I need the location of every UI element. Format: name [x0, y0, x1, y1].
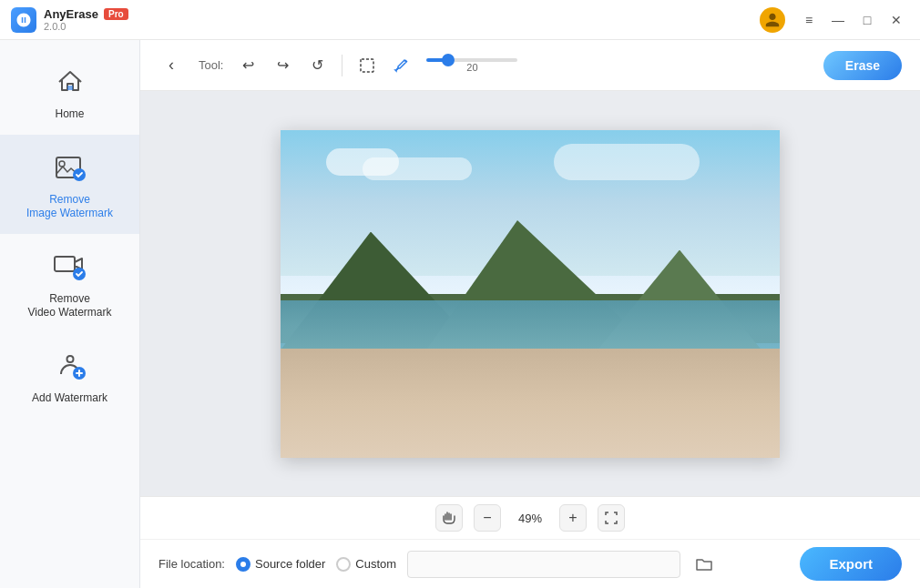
foreground: [281, 349, 780, 458]
brush-size-slider-wrap: 20: [426, 58, 517, 73]
title-bar: AnyErase Pro 2.0.0 ≡ — □ ✕: [0, 0, 920, 40]
export-button[interactable]: Export: [800, 547, 902, 581]
app-name: AnyErase: [44, 7, 98, 21]
history-button[interactable]: ↺: [303, 52, 331, 79]
canvas-area[interactable]: [140, 91, 920, 496]
sidebar-item-remove-video-watermark[interactable]: RemoveVideo Watermark: [0, 234, 139, 333]
hand-tool-button[interactable]: [435, 504, 463, 532]
zoom-percent: 49%: [512, 512, 548, 525]
home-icon: [50, 62, 90, 102]
remove-video-watermark-icon: [50, 247, 90, 287]
sidebar-item-add-watermark[interactable]: Add Watermark: [0, 333, 139, 419]
remove-image-watermark-icon: [50, 147, 90, 188]
sidebar-remove-video-label: RemoveVideo Watermark: [27, 292, 111, 320]
custom-radio[interactable]: [336, 557, 351, 572]
browse-folder-button[interactable]: [691, 552, 717, 577]
source-folder-text: Source folder: [255, 557, 325, 571]
sidebar-item-remove-image-watermark[interactable]: RemoveImage Watermark: [0, 135, 139, 234]
fullscreen-button[interactable]: [598, 504, 625, 532]
app-name-version: AnyErase Pro 2.0.0: [44, 7, 128, 32]
cloud-3: [554, 144, 700, 180]
cloud-2: [363, 157, 472, 180]
bottom-controls: − 49% + File location: Source folder Cus…: [140, 496, 920, 588]
file-location-bar: File location: Source folder Custom Expo…: [140, 540, 920, 588]
selection-tool-button[interactable]: [353, 52, 381, 79]
main-layout: Home RemoveImage Watermark: [0, 40, 920, 588]
svg-rect-4: [55, 257, 75, 271]
sidebar-item-home[interactable]: Home: [0, 49, 139, 135]
pro-badge: Pro: [104, 8, 128, 20]
erase-button[interactable]: Erase: [823, 51, 902, 80]
svg-rect-0: [67, 86, 73, 90]
zoom-controls: − 49% +: [140, 497, 920, 540]
brush-tool-button[interactable]: [388, 52, 415, 79]
custom-path-input[interactable]: [407, 551, 680, 578]
minimize-button[interactable]: —: [825, 7, 851, 33]
back-button[interactable]: ‹: [158, 53, 184, 78]
title-controls: ≡ — □ ✕: [760, 7, 909, 33]
redo-button[interactable]: ↪: [269, 52, 296, 79]
landscape-image: [281, 130, 780, 458]
sidebar: Home RemoveImage Watermark: [0, 40, 140, 588]
zoom-in-button[interactable]: +: [559, 504, 587, 532]
tool-label: Tool:: [199, 58, 223, 72]
sidebar-add-watermark-label: Add Watermark: [32, 391, 107, 406]
toolbar: ‹ Tool: ↩ ↪ ↺ 20 Erase: [140, 40, 920, 91]
tool-divider: [342, 55, 342, 76]
slider-value: 20: [466, 62, 477, 73]
app-version: 2.0.0: [44, 21, 128, 32]
zoom-out-button[interactable]: −: [474, 504, 501, 532]
water: [281, 300, 780, 350]
source-folder-radio[interactable]: [236, 557, 250, 572]
user-avatar[interactable]: [760, 7, 785, 33]
app-icon: [11, 7, 36, 33]
custom-text: Custom: [355, 557, 396, 571]
maximize-button[interactable]: □: [854, 7, 880, 33]
close-button[interactable]: ✕: [884, 7, 909, 33]
sidebar-home-label: Home: [55, 107, 84, 122]
add-watermark-icon: [50, 346, 90, 386]
export-area: Export: [800, 547, 902, 581]
source-folder-option[interactable]: Source folder: [236, 557, 325, 572]
image-container: [281, 130, 780, 458]
content-area: ‹ Tool: ↩ ↪ ↺ 20 Erase: [140, 40, 920, 588]
svg-point-2: [59, 161, 65, 167]
menu-button[interactable]: ≡: [796, 7, 822, 33]
svg-rect-7: [361, 59, 373, 72]
undo-button[interactable]: ↩: [234, 52, 261, 79]
sidebar-remove-image-label: RemoveImage Watermark: [26, 193, 113, 221]
custom-option[interactable]: Custom: [336, 557, 396, 572]
file-location-label: File location:: [158, 557, 225, 571]
